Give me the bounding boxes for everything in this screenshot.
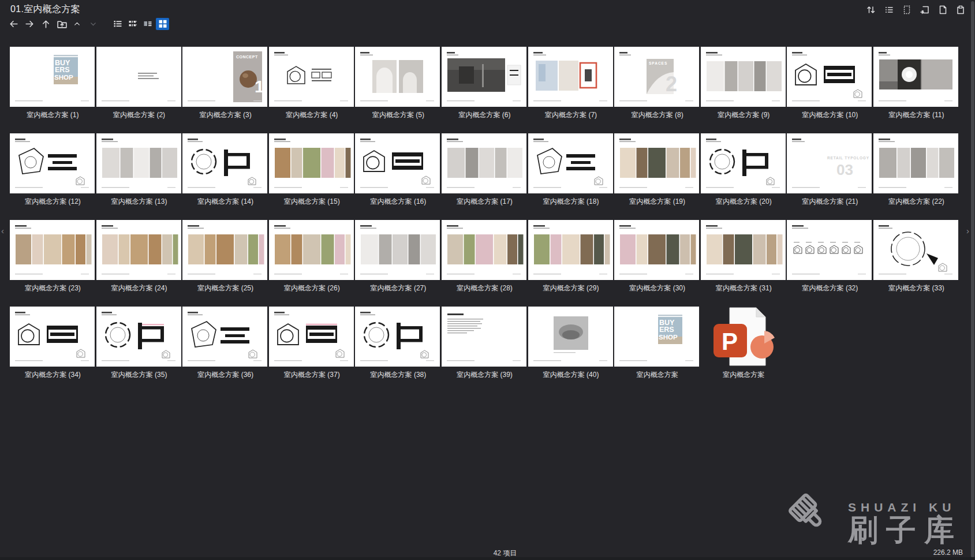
grid-view-button[interactable] bbox=[156, 18, 169, 30]
file-item[interactable]: 室内概念方案 (23) bbox=[10, 220, 96, 293]
slide-thumbnail bbox=[182, 220, 267, 280]
up-arrow-icon[interactable] bbox=[40, 18, 51, 29]
svg-text:P: P bbox=[722, 328, 738, 355]
file-item[interactable]: 室内概念方案 (7) bbox=[528, 47, 614, 120]
slide-thumbnail bbox=[787, 47, 872, 107]
file-item[interactable]: 室内概念方案 (18) bbox=[528, 133, 614, 207]
paste-icon[interactable] bbox=[955, 5, 966, 15]
svg-text:1: 1 bbox=[255, 77, 264, 96]
file-item[interactable]: P室内概念方案 bbox=[701, 307, 787, 380]
file-label: 室内概念方案 (19) bbox=[614, 197, 700, 207]
file-item[interactable]: 室内概念方案 (26) bbox=[269, 220, 355, 293]
prev-chevron-icon[interactable]: ‹ bbox=[1, 226, 4, 236]
file-label: 室内概念方案 (10) bbox=[787, 110, 873, 120]
file-item[interactable]: 室内概念方案 (34) bbox=[10, 307, 96, 380]
file-item[interactable]: 室内概念方案 (24) bbox=[96, 220, 182, 293]
svg-text:ERS: ERS bbox=[659, 326, 674, 334]
file-item[interactable]: 室内概念方案 (11) bbox=[873, 47, 959, 120]
sort-icon[interactable] bbox=[866, 5, 876, 15]
forward-arrow-icon[interactable] bbox=[24, 18, 35, 29]
file-item[interactable]: RETAIL TYPOLOGY03室内概念方案 (21) bbox=[787, 133, 873, 207]
file-item[interactable]: 室内概念方案 (32) bbox=[787, 220, 873, 293]
file-item[interactable]: 室内概念方案 (19) bbox=[614, 133, 700, 207]
file-item[interactable]: 室内概念方案 (35) bbox=[96, 307, 182, 380]
file-label: 室内概念方案 (2) bbox=[96, 110, 182, 120]
copy-icon[interactable] bbox=[937, 5, 948, 15]
file-label: 室内概念方案 (16) bbox=[355, 197, 441, 207]
file-item[interactable]: 室内概念方案 (36) bbox=[182, 307, 268, 380]
slide-thumbnail bbox=[269, 307, 354, 367]
file-item[interactable]: 室内概念方案 (16) bbox=[355, 133, 441, 207]
file-item[interactable]: 室内概念方案 (37) bbox=[269, 307, 355, 380]
slide-thumbnail bbox=[96, 307, 181, 367]
content-view-button[interactable] bbox=[126, 18, 139, 30]
file-item[interactable]: 室内概念方案 (28) bbox=[442, 220, 528, 293]
slide-thumbnail bbox=[873, 47, 958, 107]
slide-thumbnail: SPACES2 bbox=[614, 47, 699, 107]
header-action-bar bbox=[866, 5, 966, 15]
slide-thumbnail: BUYERSSHOP bbox=[614, 307, 699, 367]
file-item[interactable]: 室内概念方案 (13) bbox=[96, 133, 182, 207]
file-item[interactable]: 室内概念方案 (17) bbox=[442, 133, 528, 207]
file-item[interactable]: 室内概念方案 (40) bbox=[528, 307, 614, 380]
file-item[interactable]: 室内概念方案 (4) bbox=[269, 47, 355, 120]
file-item[interactable]: 室内概念方案 (25) bbox=[182, 220, 268, 293]
file-item[interactable]: CONCEPT1室内概念方案 (3) bbox=[182, 47, 268, 120]
file-label: 室内概念方案 (37) bbox=[269, 370, 355, 380]
file-item[interactable]: 室内概念方案 (33) bbox=[873, 220, 959, 293]
file-item[interactable]: 室内概念方案 (20) bbox=[701, 133, 787, 207]
file-label: 室内概念方案 (14) bbox=[182, 197, 268, 207]
file-item[interactable]: 室内概念方案 (22) bbox=[873, 133, 959, 207]
details-view-button[interactable] bbox=[141, 18, 154, 30]
file-item[interactable]: 室内概念方案 (9) bbox=[701, 47, 787, 120]
slide-thumbnail bbox=[528, 47, 613, 107]
new-file-icon[interactable] bbox=[902, 5, 912, 15]
file-item[interactable]: 室内概念方案 (31) bbox=[701, 220, 787, 293]
file-label: 室内概念方案 (24) bbox=[96, 283, 182, 293]
file-item[interactable]: 室内概念方案 (39) bbox=[442, 307, 528, 380]
list-view-button[interactable] bbox=[111, 18, 124, 30]
file-label: 室内概念方案 (21) bbox=[787, 197, 873, 207]
slide-thumbnail: CONCEPT1 bbox=[182, 47, 267, 107]
file-item[interactable]: 室内概念方案 (30) bbox=[614, 220, 700, 293]
file-label: 室内概念方案 (38) bbox=[355, 370, 441, 380]
file-label: 室内概念方案 bbox=[614, 370, 700, 380]
file-label: 室内概念方案 (36) bbox=[182, 370, 268, 380]
watermark-text: SHUAZI KU 刷子库 bbox=[848, 501, 962, 546]
file-label: 室内概念方案 (29) bbox=[528, 283, 614, 293]
watermark-latin: SHUAZI KU bbox=[848, 501, 955, 514]
svg-text:SHOP: SHOP bbox=[659, 334, 678, 341]
svg-text:SPACES: SPACES bbox=[649, 61, 667, 65]
file-item[interactable]: 室内概念方案 (29) bbox=[528, 220, 614, 293]
slide-thumbnail bbox=[442, 47, 526, 107]
file-item[interactable]: BUYERSSHOP室内概念方案 (1) bbox=[10, 47, 96, 120]
list-details-icon[interactable] bbox=[884, 5, 894, 15]
file-item[interactable]: 室内概念方案 (2) bbox=[96, 47, 182, 120]
file-item[interactable]: 室内概念方案 (10) bbox=[787, 47, 873, 120]
chevron-down-icon[interactable] bbox=[89, 18, 100, 29]
file-item[interactable]: 室内概念方案 (12) bbox=[10, 133, 96, 207]
file-label: 室内概念方案 (1) bbox=[10, 110, 96, 120]
folder-up-icon[interactable] bbox=[57, 18, 68, 29]
slide-thumbnail bbox=[528, 307, 613, 367]
file-item[interactable]: 室内概念方案 (6) bbox=[442, 47, 528, 120]
file-item[interactable]: 室内概念方案 (27) bbox=[355, 220, 441, 293]
file-item[interactable]: 室内概念方案 (15) bbox=[269, 133, 355, 207]
file-item[interactable]: SPACES2室内概念方案 (8) bbox=[614, 47, 700, 120]
file-label: 室内概念方案 (23) bbox=[10, 283, 96, 293]
file-item[interactable]: 室内概念方案 (14) bbox=[182, 133, 268, 207]
file-label: 室内概念方案 (26) bbox=[269, 283, 355, 293]
next-chevron-icon[interactable]: › bbox=[966, 226, 969, 236]
slide-thumbnail bbox=[355, 220, 440, 280]
slide-thumbnail bbox=[269, 220, 354, 280]
slide-thumbnail bbox=[701, 47, 786, 107]
file-item[interactable]: BUYERSSHOP室内概念方案 bbox=[614, 307, 700, 380]
file-label: 室内概念方案 (8) bbox=[614, 110, 700, 120]
vertical-scrollbar[interactable] bbox=[971, 1, 974, 558]
add-file-icon[interactable] bbox=[920, 5, 930, 15]
chevron-up-icon[interactable] bbox=[73, 18, 84, 29]
file-item[interactable]: 室内概念方案 (38) bbox=[355, 307, 441, 380]
back-arrow-icon[interactable] bbox=[8, 18, 19, 29]
file-label: 室内概念方案 (20) bbox=[701, 197, 787, 207]
file-item[interactable]: 室内概念方案 (5) bbox=[355, 47, 441, 120]
